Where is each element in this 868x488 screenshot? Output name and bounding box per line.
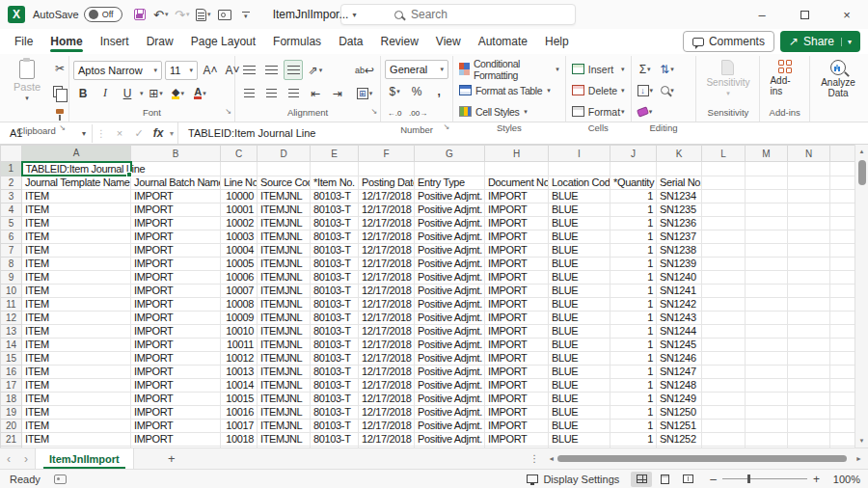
row-header-16[interactable]: 16: [1, 365, 22, 378]
cell-N13[interactable]: [788, 324, 830, 338]
cell-J7[interactable]: 1: [610, 243, 657, 257]
cell-G1[interactable]: [415, 162, 485, 176]
cell-B6[interactable]: IMPORT: [131, 230, 221, 243]
cell-N4[interactable]: [788, 203, 830, 216]
cell-K20[interactable]: SN1251: [657, 419, 702, 432]
font-color-button[interactable]: A▾: [191, 83, 210, 103]
cell-C18[interactable]: 10015: [221, 392, 258, 405]
cell-G20[interactable]: Positive Adjmt.: [415, 419, 485, 432]
restore-button[interactable]: [783, 0, 826, 29]
column-header-L[interactable]: L: [702, 146, 746, 162]
column-header-C[interactable]: C: [221, 146, 258, 162]
cell-I8[interactable]: BLUE: [549, 257, 610, 270]
row-header-1[interactable]: 1: [1, 162, 22, 176]
horizontal-scroll-thumb[interactable]: [557, 455, 847, 462]
cell-J10[interactable]: 1: [610, 284, 657, 297]
conditional-formatting-button[interactable]: Conditional Formatting▾: [457, 59, 561, 79]
cell-M14[interactable]: [746, 338, 788, 351]
bottom-align-button[interactable]: [284, 60, 303, 80]
save-button[interactable]: [130, 4, 149, 25]
zoom-slider[interactable]: [722, 478, 807, 479]
autosave-toggle[interactable]: AutoSave Off: [33, 7, 122, 22]
orientation-button[interactable]: ⇗▾: [306, 60, 325, 80]
row-header-19[interactable]: 19: [1, 405, 22, 419]
cell-C4[interactable]: 10001: [221, 203, 258, 216]
cell-I20[interactable]: BLUE: [549, 419, 610, 432]
row-header-9[interactable]: 9: [1, 270, 22, 284]
cell-I13[interactable]: BLUE: [549, 324, 610, 338]
cell-12[interactable]: [830, 311, 855, 324]
cell-M16[interactable]: [746, 365, 788, 378]
cell-B16[interactable]: IMPORT: [131, 365, 221, 378]
cell-J1[interactable]: [610, 162, 657, 176]
cell-J13[interactable]: 1: [610, 324, 657, 338]
row-header-13[interactable]: 13: [1, 324, 22, 338]
number-format-select[interactable]: General▾: [385, 60, 448, 79]
cell-D5[interactable]: ITEMJNL: [258, 216, 311, 230]
cell-E4[interactable]: 80103-T: [311, 203, 359, 216]
cell-E16[interactable]: 80103-T: [311, 365, 359, 378]
cell-N14[interactable]: [788, 338, 830, 351]
cell-H11[interactable]: IMPORT: [485, 297, 549, 311]
cell-L13[interactable]: [702, 324, 746, 338]
cell-A12[interactable]: ITEM: [22, 311, 131, 324]
select-all-corner[interactable]: [1, 146, 22, 162]
cell-M18[interactable]: [746, 392, 788, 405]
cell-E19[interactable]: 80103-T: [311, 405, 359, 419]
cell-E3[interactable]: 80103-T: [311, 189, 359, 203]
cell-G3[interactable]: Positive Adjmt.: [415, 189, 485, 203]
cell-A11[interactable]: ITEM: [22, 297, 131, 311]
cell-18[interactable]: [830, 392, 855, 405]
cell-M8[interactable]: [746, 257, 788, 270]
cell-H1[interactable]: [485, 162, 549, 176]
cell-I6[interactable]: BLUE: [549, 230, 610, 243]
decrease-decimal-button[interactable]: .00→: [407, 103, 429, 123]
cell-17[interactable]: [830, 378, 855, 392]
cell-G18[interactable]: Positive Adjmt.: [415, 392, 485, 405]
cell-I12[interactable]: BLUE: [549, 311, 610, 324]
accounting-format-button[interactable]: $▾: [385, 81, 404, 101]
cell-D12[interactable]: ITEMJNL: [258, 311, 311, 324]
cell-N19[interactable]: [788, 405, 830, 419]
sheet-prev-icon[interactable]: ‹: [0, 452, 17, 466]
cell-I17[interactable]: BLUE: [549, 378, 610, 392]
cell-K17[interactable]: SN1248: [657, 378, 702, 392]
cell-M10[interactable]: [746, 284, 788, 297]
cell-M17[interactable]: [746, 378, 788, 392]
cell-G15[interactable]: Positive Adjmt.: [415, 351, 485, 365]
cell-C7[interactable]: 10004: [221, 243, 258, 257]
column-header-F[interactable]: F: [359, 146, 415, 162]
zoom-level[interactable]: 100%: [827, 474, 860, 485]
cell-H18[interactable]: IMPORT: [485, 392, 549, 405]
cell-F16[interactable]: 12/17/2018: [359, 365, 415, 378]
cell-K9[interactable]: SN1240: [657, 270, 702, 284]
format-as-table-button[interactable]: Format as Table▾: [457, 80, 561, 100]
cell-F20[interactable]: 12/17/2018: [359, 419, 415, 432]
cell-B20[interactable]: IMPORT: [131, 419, 221, 432]
cell-N18[interactable]: [788, 392, 830, 405]
cell-A8[interactable]: ITEM: [22, 257, 131, 270]
cell-D20[interactable]: ITEMJNL: [258, 419, 311, 432]
cell-I14[interactable]: BLUE: [549, 338, 610, 351]
cell-N11[interactable]: [788, 297, 830, 311]
cell-N1[interactable]: [788, 162, 830, 176]
row-header-21[interactable]: 21: [1, 432, 22, 446]
minimize-button[interactable]: –: [741, 0, 783, 29]
cell-I4[interactable]: BLUE: [549, 203, 610, 216]
cell-L7[interactable]: [702, 243, 746, 257]
cell-G9[interactable]: Positive Adjmt.: [415, 270, 485, 284]
number-dialog-launcher[interactable]: ↘: [443, 121, 449, 134]
cell-L20[interactable]: [702, 419, 746, 432]
cell-J20[interactable]: 1: [610, 419, 657, 432]
cell-J8[interactable]: 1: [610, 257, 657, 270]
cell-L17[interactable]: [702, 378, 746, 392]
format-cells-button[interactable]: Format▾: [570, 101, 627, 122]
cell-L6[interactable]: [702, 230, 746, 243]
borders-button[interactable]: ⊞▾: [147, 83, 166, 103]
add-sheet-button[interactable]: +: [159, 451, 184, 466]
column-header-H[interactable]: H: [485, 146, 549, 162]
top-align-button[interactable]: [239, 60, 258, 80]
cell-B10[interactable]: IMPORT: [131, 284, 221, 297]
cell-F21[interactable]: 12/17/2018: [359, 432, 415, 446]
cell-F11[interactable]: 12/17/2018: [359, 297, 415, 311]
